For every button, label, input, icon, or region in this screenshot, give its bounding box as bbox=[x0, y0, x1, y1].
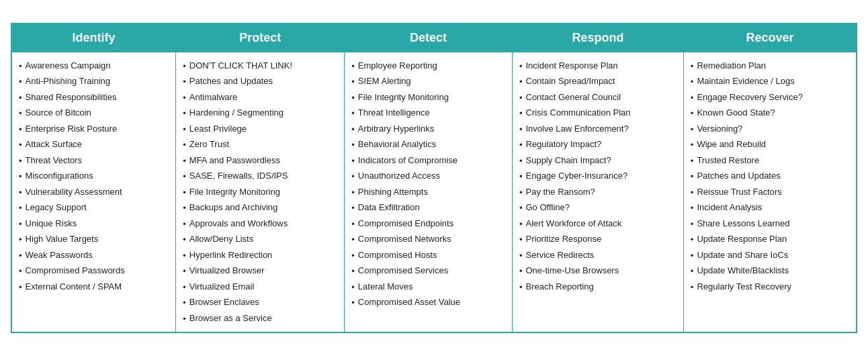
list-item: Known Good State? bbox=[691, 105, 849, 122]
list-item: Indicators of Compromise bbox=[351, 152, 505, 169]
list-item: Contain Spread/Impact bbox=[519, 74, 677, 90]
list-item: Compromised Networks bbox=[351, 232, 505, 248]
list-item: Source of Bitcoin bbox=[19, 105, 169, 122]
list-item: Backups and Archiving bbox=[183, 200, 337, 216]
list-item: Data Exfiltration bbox=[351, 200, 505, 216]
list-item: Reissue Trust Factors bbox=[691, 184, 849, 200]
list-item: Awareness Campaign bbox=[19, 58, 169, 74]
list-item: External Content / SPAM bbox=[19, 279, 169, 295]
list-item: File Integrity Monitoring bbox=[183, 184, 337, 200]
list-item: Unauthorized Access bbox=[351, 169, 505, 185]
header-identify: Identify bbox=[11, 24, 176, 52]
list-item: Prioritize Response bbox=[519, 232, 677, 248]
list-item: Go Offline? bbox=[519, 200, 677, 216]
list-item: Zero Trust bbox=[183, 137, 337, 153]
list-item: Hardening / Segmenting bbox=[183, 105, 337, 122]
list-item: Misconfigurations bbox=[19, 169, 169, 185]
list-item: File Integrity Monitoring bbox=[351, 89, 505, 105]
list-item: DON'T CLICK THAT LINK! bbox=[183, 58, 337, 74]
list-item: Virtualized Browser bbox=[183, 263, 337, 279]
list-item: Patches and Updates bbox=[183, 74, 337, 90]
list-item: Virtualized Email bbox=[183, 279, 337, 295]
list-item: Incident Response Plan bbox=[519, 58, 677, 74]
list-item: Weak Passwords bbox=[19, 247, 169, 263]
list-item: Contact General Council bbox=[519, 89, 677, 105]
header-respond: Respond bbox=[512, 24, 683, 52]
list-item: Legacy Support bbox=[19, 200, 169, 216]
list-item: Antimalware bbox=[183, 89, 337, 105]
list-item: Compromised Services bbox=[351, 263, 505, 279]
list-item: Compromised Asset Value bbox=[351, 295, 505, 311]
list-item: Allow/Deny Lists bbox=[183, 232, 337, 248]
list-item: Unique Risks bbox=[19, 216, 169, 232]
list-item: Browser as a Service bbox=[183, 310, 337, 326]
column-recover: Remediation PlanMaintain Evidence / Logs… bbox=[683, 52, 857, 332]
list-item: Compromised Endpoints bbox=[351, 216, 505, 232]
list-item: Update Response Plan bbox=[691, 232, 849, 248]
list-item: Enterprise Risk Posture bbox=[19, 121, 169, 137]
list-item: Maintain Evidence / Logs bbox=[691, 74, 849, 90]
list-item: SASE, Firewalls, IDS/IPS bbox=[183, 169, 337, 185]
list-item: Patches and Updates bbox=[691, 169, 849, 185]
list-item: Shared Responsibilities bbox=[19, 89, 169, 105]
list-identify: Awareness CampaignAnti-Phishing Training… bbox=[19, 58, 169, 295]
list-item: Remediation Plan bbox=[691, 58, 849, 74]
header-protect: Protect bbox=[176, 24, 345, 52]
list-item: Versioning? bbox=[691, 121, 849, 137]
list-protect: DON'T CLICK THAT LINK!Patches and Update… bbox=[183, 58, 337, 326]
list-item: Wipe and Rebuild bbox=[691, 137, 849, 153]
column-identify: Awareness CampaignAnti-Phishing Training… bbox=[11, 52, 176, 332]
list-item: Vulnerability Assessment bbox=[19, 184, 169, 200]
column-respond: Incident Response PlanContain Spread/Imp… bbox=[512, 52, 683, 332]
header-detect: Detect bbox=[345, 24, 513, 52]
list-item: Behavioral Analytics bbox=[351, 137, 505, 153]
list-item: Arbitrary Hyperlinks bbox=[351, 121, 505, 137]
list-item: Supply Chain Impact? bbox=[519, 152, 677, 169]
list-item: Threat Vectors bbox=[19, 152, 169, 169]
list-item: Engage Cyber-Insurance? bbox=[519, 169, 677, 185]
list-item: Anti-Phishing Training bbox=[19, 74, 169, 90]
header-recover: Recover bbox=[683, 24, 857, 52]
list-item: Approvals and Workflows bbox=[183, 216, 337, 232]
list-respond: Incident Response PlanContain Spread/Imp… bbox=[519, 58, 677, 295]
list-item: Crisis Communication Plan bbox=[519, 105, 677, 122]
list-item: Lateral Moves bbox=[351, 279, 505, 295]
list-item: Update White/Blacklists bbox=[691, 263, 849, 279]
framework-table: IdentifyProtectDetectRespondRecover Awar… bbox=[11, 23, 857, 333]
list-item: Service Redirects bbox=[519, 247, 677, 263]
list-recover: Remediation PlanMaintain Evidence / Logs… bbox=[691, 58, 849, 295]
list-item: Breach Reporting bbox=[519, 279, 677, 295]
list-item: Threat Intelligence bbox=[351, 105, 505, 122]
list-item: Pay the Ransom? bbox=[519, 184, 677, 200]
list-item: Least Privilege bbox=[183, 121, 337, 137]
list-item: Hyperlink Redirection bbox=[183, 247, 337, 263]
list-item: High Value Targets bbox=[19, 232, 169, 248]
list-item: SIEM Alerting bbox=[351, 74, 505, 90]
list-item: One-time-Use Browsers bbox=[519, 263, 677, 279]
list-item: Compromised Passwords bbox=[19, 263, 169, 279]
list-item: Alert Workforce of Attack bbox=[519, 216, 677, 232]
column-protect: DON'T CLICK THAT LINK!Patches and Update… bbox=[176, 52, 345, 332]
list-item: Regulatory Impact? bbox=[519, 137, 677, 153]
list-item: Share Lessons Learned bbox=[691, 216, 849, 232]
column-detect: Employee ReportingSIEM AlertingFile Inte… bbox=[345, 52, 513, 332]
list-item: MFA and Passwordless bbox=[183, 152, 337, 169]
list-item: Trusted Restore bbox=[691, 152, 849, 169]
list-item: Phishing Attempts bbox=[351, 184, 505, 200]
list-item: Incident Analysis bbox=[691, 200, 849, 216]
list-item: Browser Enclaves bbox=[183, 295, 337, 311]
list-item: Engage Recovery Service? bbox=[691, 89, 849, 105]
list-item: Update and Share IoCs bbox=[691, 247, 849, 263]
list-item: Attack Surface bbox=[19, 137, 169, 153]
list-item: Compromised Hosts bbox=[351, 247, 505, 263]
list-detect: Employee ReportingSIEM AlertingFile Inte… bbox=[351, 58, 505, 310]
list-item: Involve Law Enforcement? bbox=[519, 121, 677, 137]
list-item: Regularly Test Recovery bbox=[691, 279, 849, 295]
list-item: Employee Reporting bbox=[351, 58, 505, 74]
